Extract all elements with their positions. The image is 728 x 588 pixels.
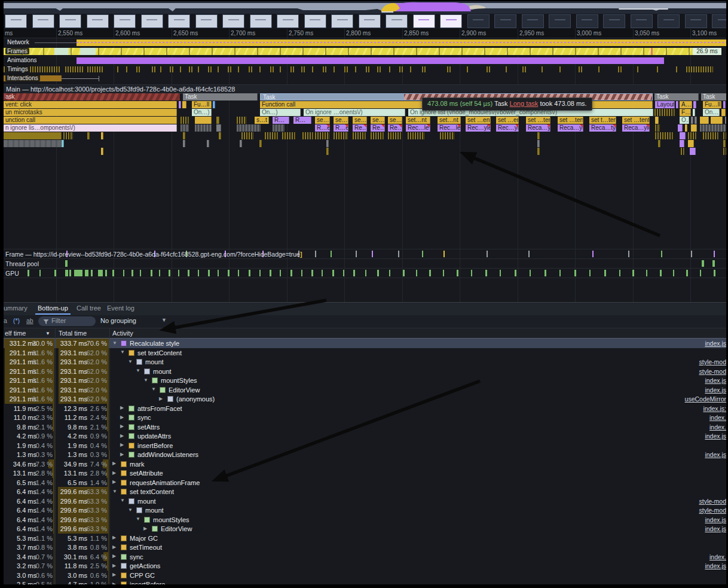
gpu-task[interactable]: [530, 270, 531, 276]
flame-bar[interactable]: unction call: [4, 117, 177, 124]
filmstrip-thumbnail[interactable]: [277, 14, 299, 28]
gpu-task[interactable]: [123, 270, 124, 276]
flame-bar[interactable]: Rec…yle: [496, 124, 519, 132]
gpu-task[interactable]: [353, 270, 355, 276]
flame-bar[interactable]: R…: [293, 117, 311, 124]
flame-bar[interactable]: [691, 124, 697, 132]
flame-bar[interactable]: Fu…ll: [192, 101, 212, 108]
source-link[interactable]: index.js: [705, 562, 726, 569]
disclosure-expanded-icon[interactable]: ▼: [128, 507, 133, 513]
flame-bar[interactable]: [207, 140, 209, 147]
flame-bar[interactable]: [681, 148, 684, 155]
disclosure-expanded-icon[interactable]: ▼: [128, 359, 133, 364]
flame-bar[interactable]: Fu…ll: [703, 101, 721, 108]
source-link[interactable]: index.js: [705, 516, 726, 523]
flame-bar[interactable]: [700, 117, 709, 124]
source-link[interactable]: index.js: [705, 340, 726, 347]
timeline-ruler[interactable]: ms2,550 ms2,600 ms2,650 ms2,700 ms2,750 …: [4, 29, 726, 38]
timing-marker[interactable]: [139, 66, 140, 72]
flame-bar[interactable]: Re…le: [388, 124, 402, 132]
disclosure-collapsed-icon[interactable]: ▶: [120, 452, 124, 457]
flame-bar[interactable]: [537, 132, 540, 139]
gpu-task[interactable]: [198, 270, 199, 276]
flame-bar[interactable]: Reca…yle: [526, 124, 550, 132]
timing-marker[interactable]: [304, 66, 305, 72]
flame-bar[interactable]: Task: [183, 93, 258, 100]
main-thread-header[interactable]: Main — http://localhost:3000/projects/bd…: [4, 84, 726, 94]
disclosure-collapsed-icon[interactable]: ▶: [112, 563, 116, 568]
timing-marker[interactable]: [579, 66, 580, 72]
filmstrip-thumbnail[interactable]: [331, 14, 353, 28]
frame-event-tick[interactable]: [661, 251, 662, 257]
gpu-task[interactable]: [159, 270, 160, 276]
flame-bar[interactable]: [181, 117, 189, 124]
gpu-task[interactable]: [131, 270, 133, 276]
table-row[interactable]: 6.4 ms1.4 %299.6 ms63.3 %▶EditorViewinde…: [4, 524, 726, 534]
gpu-task[interactable]: [151, 270, 152, 276]
timing-marker[interactable]: [249, 66, 250, 72]
activity-name[interactable]: mount: [153, 368, 172, 375]
timing-marker[interactable]: [191, 66, 192, 72]
flame-bar[interactable]: se…t: [334, 117, 348, 124]
tab-summary[interactable]: ummary: [4, 304, 27, 312]
frame-event-tick[interactable]: [422, 251, 423, 257]
flame-bar[interactable]: Re…e: [353, 124, 367, 132]
flame-bar[interactable]: [440, 132, 454, 139]
disclosure-collapsed-icon[interactable]: ▶: [120, 442, 124, 447]
timing-marker[interactable]: [449, 66, 451, 72]
track-network[interactable]: Network: [4, 38, 726, 47]
timing-marker[interactable]: [160, 66, 161, 72]
source-link[interactable]: index.js: [705, 432, 726, 440]
track-frame[interactable]: Frame — https://id-preview--bd53fd9d-728…: [4, 249, 726, 259]
table-row[interactable]: 2.5 ms0.5 %4.7 ms1.0 %▶insertBefore: [4, 580, 726, 584]
filmstrip-thumbnail[interactable]: [657, 14, 680, 28]
timing-marker[interactable]: [251, 66, 252, 72]
source-link[interactable]: index.js: [705, 377, 726, 384]
timing-marker[interactable]: [154, 66, 155, 72]
timing-marker[interactable]: [424, 66, 426, 72]
flame-bar[interactable]: [685, 124, 687, 132]
activity-name[interactable]: requestAnimationFrame: [130, 479, 200, 486]
source-link[interactable]: index.: [709, 414, 726, 421]
timing-marker[interactable]: [136, 66, 137, 72]
activity-name[interactable]: setAttribute: [130, 470, 163, 477]
filmstrip-thumbnail[interactable]: [440, 14, 462, 28]
frame-event-tick[interactable]: [372, 251, 373, 257]
source-link[interactable]: index.: [709, 424, 726, 431]
tab-call-tree[interactable]: Call tree: [77, 304, 101, 312]
flame-bar[interactable]: set …tent: [526, 117, 550, 124]
flame-bar[interactable]: Task: [654, 93, 699, 100]
flame-bar[interactable]: [690, 148, 696, 155]
flame-bar[interactable]: n ignore lis…omponents\/): [4, 124, 177, 132]
flame-bar[interactable]: [680, 132, 686, 139]
track-frames[interactable]: 26.9 ms Frames: [4, 47, 726, 56]
table-row[interactable]: 291.1 ms61.6 %293.1 ms62.0 %▼EditorViewi…: [4, 385, 726, 395]
flame-bar[interactable]: [326, 148, 329, 155]
gpu-task[interactable]: [208, 270, 210, 276]
flame-bar[interactable]: [680, 140, 684, 147]
filmstrip-thumbnail[interactable]: [5, 14, 27, 28]
flame-bar[interactable]: [183, 140, 185, 147]
activity-name[interactable]: Recalculate style: [130, 340, 179, 347]
table-row[interactable]: 3.0 ms0.6 %3.0 ms0.6 %▶CPP GC: [4, 571, 726, 580]
filmstrip-thumbnail[interactable]: [114, 14, 136, 28]
filmstrip-thumbnail[interactable]: [141, 14, 163, 28]
activity-name[interactable]: mountStyles: [153, 516, 189, 523]
table-row[interactable]: 1.3 ms0.3 %1.3 ms0.3 %▶addWindowListener…: [4, 450, 726, 459]
flame-bar[interactable]: R…e: [315, 124, 330, 132]
source-link[interactable]: index.js:: [703, 405, 726, 412]
timing-marker[interactable]: [334, 66, 335, 72]
tab-bottom-up[interactable]: Bottom-up: [38, 304, 68, 312]
flame-bar[interactable]: [723, 140, 726, 147]
gpu-task[interactable]: [632, 270, 634, 276]
gpu-task[interactable]: [85, 270, 88, 276]
flame-bar[interactable]: [654, 109, 675, 116]
flame-bar[interactable]: [219, 132, 221, 139]
flame-bar[interactable]: [87, 132, 90, 139]
table-row[interactable]: 9.8 ms2.1 %9.8 ms2.1 %▶setAttrsindex.: [4, 422, 726, 432]
flame-bar[interactable]: [213, 101, 215, 108]
table-row[interactable]: 291.1 ms61.6 %293.1 ms62.0 %▼mountStyles…: [4, 376, 726, 385]
flame-bar[interactable]: [183, 132, 185, 139]
flame-bar[interactable]: [216, 124, 221, 132]
flame-bar[interactable]: [353, 132, 366, 139]
